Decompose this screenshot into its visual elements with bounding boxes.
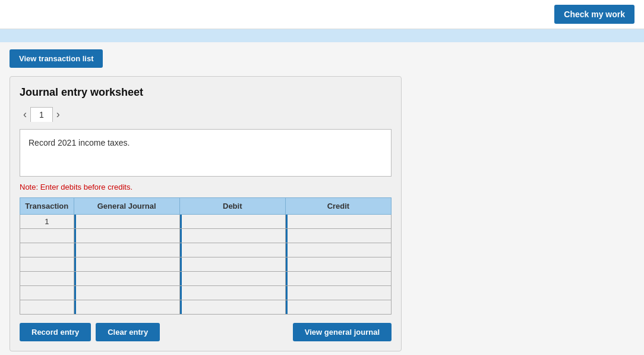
tab-prev-arrow[interactable]: ‹ <box>20 107 30 122</box>
general-journal-input-5[interactable] <box>74 286 179 300</box>
transaction-cell-5 <box>20 286 74 300</box>
general-journal-cell-3[interactable] <box>74 257 179 272</box>
credit-cell-1[interactable] <box>285 229 391 243</box>
tab-next-arrow[interactable]: › <box>53 107 64 122</box>
table-row <box>20 243 392 257</box>
transaction-cell-4 <box>20 272 74 286</box>
general-journal-input-2[interactable] <box>74 243 179 257</box>
journal-table: Transaction General Journal Debit Credit… <box>20 197 392 315</box>
transaction-cell-2 <box>20 243 74 257</box>
action-buttons: Record entry Clear entry View general jo… <box>20 323 392 341</box>
general-journal-cell-1[interactable] <box>74 229 179 243</box>
debit-input-4[interactable] <box>180 272 285 285</box>
general-journal-input-6[interactable] <box>74 300 179 314</box>
table-row: 1 <box>20 215 392 229</box>
top-bar: Check my work <box>0 0 644 29</box>
view-transaction-list-button[interactable]: View transaction list <box>10 49 103 68</box>
credit-cell-0[interactable] <box>285 215 391 229</box>
col-header-credit: Credit <box>285 198 391 215</box>
credit-input-5[interactable] <box>286 286 391 300</box>
debit-cell-2[interactable] <box>179 243 285 257</box>
debit-cell-0[interactable] <box>179 215 285 229</box>
credit-cell-3[interactable] <box>285 257 391 272</box>
general-journal-input-4[interactable] <box>74 272 179 285</box>
general-journal-cell-4[interactable] <box>74 272 179 286</box>
table-row <box>20 257 392 272</box>
tab-1[interactable]: 1 <box>30 107 53 122</box>
credit-input-2[interactable] <box>286 243 391 257</box>
table-header-row: Transaction General Journal Debit Credit <box>20 198 392 215</box>
table-row <box>20 229 392 243</box>
debit-cell-3[interactable] <box>179 257 285 272</box>
debit-cell-6[interactable] <box>179 300 285 315</box>
transaction-cell-0: 1 <box>20 215 74 229</box>
general-journal-input-0[interactable] <box>74 215 179 228</box>
tab-navigation: ‹ 1 › <box>20 107 392 122</box>
credit-input-4[interactable] <box>286 272 391 285</box>
general-journal-cell-2[interactable] <box>74 243 179 257</box>
general-journal-input-3[interactable] <box>74 257 179 271</box>
table-row <box>20 286 392 300</box>
credit-input-1[interactable] <box>286 229 391 243</box>
table-row <box>20 300 392 315</box>
debit-input-1[interactable] <box>180 229 285 243</box>
credit-cell-4[interactable] <box>285 272 391 286</box>
transaction-cell-1 <box>20 229 74 243</box>
table-row <box>20 272 392 286</box>
col-header-general-journal: General Journal <box>74 198 179 215</box>
note-text: Note: Enter debits before credits. <box>20 183 392 191</box>
clear-entry-button[interactable]: Clear entry <box>96 323 160 341</box>
general-journal-cell-6[interactable] <box>74 300 179 315</box>
description-box: Record 2021 income taxes. <box>20 129 392 177</box>
debit-cell-4[interactable] <box>179 272 285 286</box>
col-header-debit: Debit <box>179 198 285 215</box>
worksheet-title: Journal entry worksheet <box>20 86 392 99</box>
debit-cell-5[interactable] <box>179 286 285 300</box>
content-area: View transaction list Journal entry work… <box>0 42 644 355</box>
general-journal-cell-0[interactable] <box>74 215 179 229</box>
debit-input-6[interactable] <box>180 300 285 314</box>
description-text: Record 2021 income taxes. <box>29 138 130 147</box>
debit-input-2[interactable] <box>180 243 285 257</box>
credit-cell-6[interactable] <box>285 300 391 315</box>
check-my-work-button[interactable]: Check my work <box>554 5 634 24</box>
debit-input-5[interactable] <box>180 286 285 300</box>
record-entry-button[interactable]: Record entry <box>20 323 91 341</box>
blue-info-bar <box>0 29 644 42</box>
credit-cell-5[interactable] <box>285 286 391 300</box>
worksheet-card: Journal entry worksheet ‹ 1 › Record 202… <box>10 76 402 351</box>
general-journal-cell-5[interactable] <box>74 286 179 300</box>
transaction-cell-3 <box>20 257 74 272</box>
debit-input-0[interactable] <box>180 215 285 228</box>
view-general-journal-button[interactable]: View general journal <box>293 323 392 341</box>
credit-input-6[interactable] <box>286 300 391 314</box>
credit-input-3[interactable] <box>286 257 391 271</box>
debit-cell-1[interactable] <box>179 229 285 243</box>
credit-cell-2[interactable] <box>285 243 391 257</box>
transaction-cell-6 <box>20 300 74 315</box>
debit-input-3[interactable] <box>180 257 285 271</box>
credit-input-0[interactable] <box>286 215 391 228</box>
col-header-transaction: Transaction <box>20 198 74 215</box>
general-journal-input-1[interactable] <box>74 229 179 243</box>
